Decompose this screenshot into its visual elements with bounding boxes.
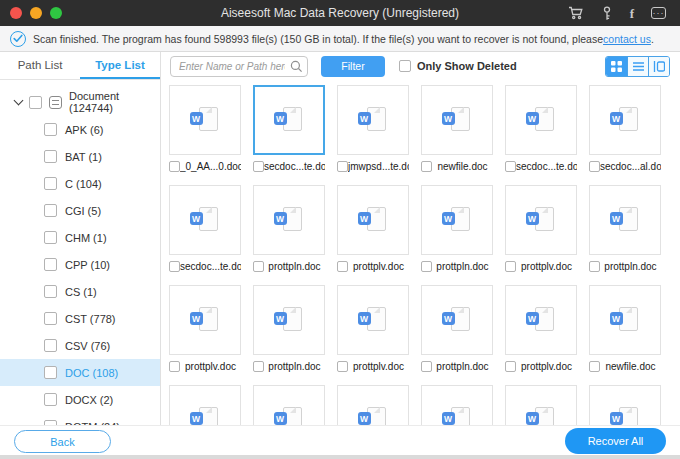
file-checkbox[interactable] xyxy=(253,361,264,372)
file-tile[interactable] xyxy=(589,385,661,425)
back-button[interactable]: Back xyxy=(14,430,111,453)
doc-checkbox[interactable] xyxy=(44,366,57,379)
tree-item-dotm[interactable]: DOTM (24) xyxy=(0,413,160,425)
word-doc-icon xyxy=(526,307,557,333)
cst-checkbox[interactable] xyxy=(44,312,57,325)
file-tile[interactable] xyxy=(337,285,409,355)
column-view-button[interactable] xyxy=(648,57,669,76)
close-window-button[interactable] xyxy=(10,7,22,19)
chm-checkbox[interactable] xyxy=(44,231,57,244)
file-checkbox[interactable] xyxy=(169,261,180,272)
tree-item-doc[interactable]: DOC (108) xyxy=(0,359,160,386)
file-tile[interactable] xyxy=(169,85,241,155)
file-tile[interactable] xyxy=(169,385,241,425)
tree-root-document[interactable]: Document (124744) xyxy=(0,88,160,116)
tree-item-cst[interactable]: CST (778) xyxy=(0,305,160,332)
word-doc-icon xyxy=(358,207,389,233)
filter-button[interactable]: Filter xyxy=(321,56,385,77)
file-tile[interactable] xyxy=(505,285,577,355)
only-show-deleted[interactable]: Only Show Deleted xyxy=(399,60,517,72)
word-doc-icon xyxy=(358,107,389,133)
only-show-deleted-checkbox[interactable] xyxy=(399,60,411,72)
file-tile[interactable] xyxy=(337,385,409,425)
document-checkbox[interactable] xyxy=(29,96,42,109)
file-checkbox[interactable] xyxy=(337,361,348,372)
file-checkbox[interactable] xyxy=(169,361,180,372)
contact-us-link[interactable]: contact us xyxy=(603,33,651,45)
csv-checkbox[interactable] xyxy=(44,339,57,352)
file-tile[interactable] xyxy=(505,385,577,425)
key-icon[interactable] xyxy=(601,6,613,21)
tree-item-cgi[interactable]: CGI (5) xyxy=(0,197,160,224)
file-checkbox[interactable] xyxy=(589,361,600,372)
file-checkbox[interactable] xyxy=(337,161,348,172)
tree-item-cpp[interactable]: CPP (10) xyxy=(0,251,160,278)
zoom-window-button[interactable] xyxy=(50,7,62,19)
file-tile[interactable] xyxy=(337,85,409,155)
file-tile[interactable] xyxy=(421,385,493,425)
file-tile[interactable] xyxy=(253,285,325,355)
tree-item-apk[interactable]: APK (6) xyxy=(0,116,160,143)
file-tile-selected[interactable] xyxy=(253,85,325,155)
file-tile[interactable] xyxy=(589,185,661,255)
word-doc-icon xyxy=(442,407,473,425)
word-doc-icon xyxy=(190,307,221,333)
file-checkbox[interactable] xyxy=(337,261,348,272)
c-checkbox[interactable] xyxy=(44,177,57,190)
file-tile[interactable] xyxy=(337,185,409,255)
file-tile[interactable] xyxy=(421,285,493,355)
tree-item-csv[interactable]: CSV (76) xyxy=(0,332,160,359)
tab-type-list[interactable]: Type List xyxy=(80,52,160,79)
file-cell: prottpln.doc xyxy=(421,285,493,375)
recover-all-button[interactable]: Recover All xyxy=(565,428,666,454)
facebook-icon[interactable] xyxy=(630,7,634,20)
file-checkbox[interactable] xyxy=(505,361,516,372)
file-tile[interactable] xyxy=(505,185,577,255)
chevron-down-icon[interactable] xyxy=(14,95,24,105)
file-tile[interactable] xyxy=(253,385,325,425)
apk-checkbox[interactable] xyxy=(44,123,57,136)
file-tile[interactable] xyxy=(253,185,325,255)
file-tile[interactable] xyxy=(505,85,577,155)
file-checkbox[interactable] xyxy=(589,161,600,172)
tree-item-chm[interactable]: CHM (1) xyxy=(0,224,160,251)
file-tile[interactable] xyxy=(589,85,661,155)
file-tile[interactable] xyxy=(421,85,493,155)
tab-path-list[interactable]: Path List xyxy=(0,52,80,79)
tree-item-docx[interactable]: DOCX (2) xyxy=(0,386,160,413)
minimize-window-button[interactable] xyxy=(30,7,42,19)
search-input[interactable] xyxy=(170,56,308,77)
file-cell xyxy=(169,385,241,425)
word-doc-icon xyxy=(526,207,557,233)
file-name: newfile.doc xyxy=(432,161,493,172)
docx-checkbox[interactable] xyxy=(44,393,57,406)
cgi-checkbox[interactable] xyxy=(44,204,57,217)
file-checkbox[interactable] xyxy=(589,261,600,272)
file-checkbox[interactable] xyxy=(505,161,516,172)
titlebar: Aiseesoft Mac Data Recovery (Unregistere… xyxy=(0,0,680,26)
file-checkbox[interactable] xyxy=(253,161,264,172)
list-view-button[interactable] xyxy=(627,57,648,76)
file-checkbox[interactable] xyxy=(421,361,432,372)
file-checkbox[interactable] xyxy=(253,261,264,272)
tree-item-c[interactable]: C (104) xyxy=(0,170,160,197)
file-cell: prottpln.doc xyxy=(421,185,493,275)
cs-checkbox[interactable] xyxy=(44,285,57,298)
file-tile[interactable] xyxy=(169,185,241,255)
cpp-checkbox[interactable] xyxy=(44,258,57,271)
cart-icon[interactable] xyxy=(568,6,584,20)
file-checkbox[interactable] xyxy=(505,261,516,272)
file-checkbox[interactable] xyxy=(421,261,432,272)
grid-view-button[interactable] xyxy=(606,57,627,76)
tree-item-bat[interactable]: BAT (1) xyxy=(0,143,160,170)
bat-checkbox[interactable] xyxy=(44,150,57,163)
tree-item-label: DOC (108) xyxy=(65,367,118,379)
tree-item-cs[interactable]: CS (1) xyxy=(0,278,160,305)
file-tile[interactable] xyxy=(589,285,661,355)
file-checkbox[interactable] xyxy=(169,161,180,172)
feedback-bubble-icon[interactable] xyxy=(651,7,666,19)
search-icon xyxy=(290,59,303,77)
file-tile[interactable] xyxy=(169,285,241,355)
file-tile[interactable] xyxy=(421,185,493,255)
file-checkbox[interactable] xyxy=(421,161,432,172)
